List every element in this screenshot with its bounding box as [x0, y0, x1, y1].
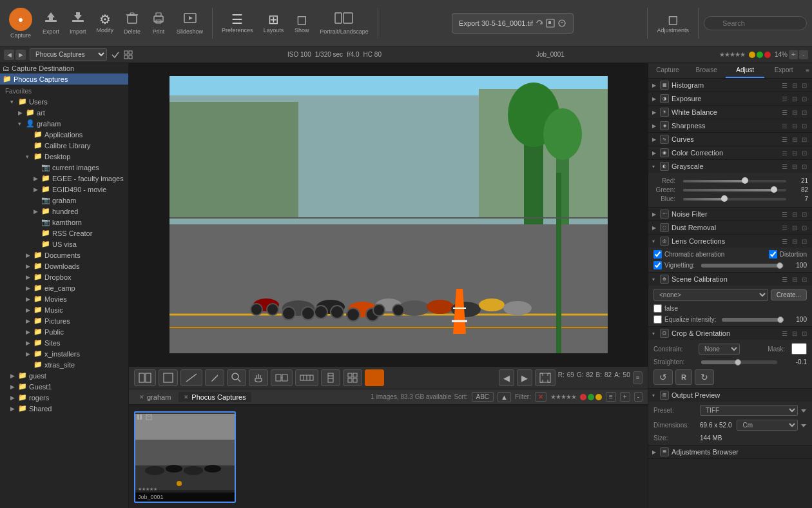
sidebar-item-graham[interactable]: ▾ 👤 graham: [0, 118, 128, 129]
crop-expand-btn[interactable]: ⊡: [800, 330, 808, 337]
compare-button[interactable]: [271, 369, 293, 386]
sidebar-item-xtras-site[interactable]: 📁 xtras_site: [0, 359, 128, 370]
sharpness-list-btn[interactable]: ☰: [780, 122, 789, 130]
filter-remove-button[interactable]: -: [634, 392, 643, 402]
exposure-list-btn[interactable]: ☰: [780, 95, 789, 103]
white-balance-row[interactable]: ▶ ☀ White Balance ☰ ⊟ ⊡: [648, 106, 812, 119]
sc-expand-btn[interactable]: ⊡: [800, 276, 808, 283]
dr-copy-btn[interactable]: ⊟: [791, 224, 798, 231]
color-correction-row[interactable]: ▶ ◉ Color Correction ☰ ⊟ ⊡: [648, 146, 812, 159]
vignetting-slider[interactable]: [701, 264, 784, 268]
sidebar-item-rss[interactable]: 📁 RSS Creator: [0, 228, 128, 239]
nf-copy-btn[interactable]: ⊟: [791, 211, 798, 218]
dr-list-btn[interactable]: ☰: [780, 224, 789, 231]
toolbar-export[interactable]: Export: [39, 8, 63, 37]
cc-copy-btn[interactable]: ⊟: [791, 150, 798, 157]
filmstrip-item-job0001[interactable]: ★★★★★ Job_0001: [134, 411, 236, 503]
right-tab-adjust[interactable]: Adjust: [726, 63, 764, 78]
main-image-view[interactable]: [129, 63, 648, 366]
sidebar-item-us-visa[interactable]: 📁 US visa: [0, 239, 128, 249]
tab-phocus-close[interactable]: ✕: [184, 394, 189, 400]
vignetting-handle[interactable]: [777, 262, 783, 269]
cc-list-btn[interactable]: ☰: [780, 150, 789, 157]
equalize-handle[interactable]: [777, 317, 784, 323]
lc-expand-btn[interactable]: ⊡: [800, 238, 808, 245]
sidebar-capture-destination[interactable]: 🗂 Capture Destination: [0, 63, 128, 73]
sidebar-item-sites[interactable]: ▶ 📁 Sites: [0, 337, 128, 348]
sidebar-item-graham-capture[interactable]: 📷 graham: [0, 195, 128, 206]
scene-preset-select[interactable]: <none>: [653, 289, 768, 301]
sidebar-item-eie-camp[interactable]: ▶ 📁 eie_camp: [0, 282, 128, 293]
sidebar-item-art[interactable]: ▶ 📁 art: [0, 107, 128, 118]
sidebar-item-x-installers[interactable]: ▶ 📁 x_installers: [0, 348, 128, 359]
histogram-row[interactable]: ▶ ▦ Histogram ☰ ⊟ ⊡: [648, 79, 812, 92]
chromatic-aberration-checkbox[interactable]: [653, 250, 662, 259]
sidebar-item-dropbox[interactable]: ▶ 📁 Dropbox: [0, 271, 128, 282]
zoom-out-button[interactable]: -: [799, 50, 808, 59]
output-preview-row[interactable]: ▾ ⊞ Output Preview: [648, 389, 812, 402]
curves-copy-btn[interactable]: ⊟: [791, 136, 798, 143]
remove-cast-checkbox[interactable]: [653, 304, 662, 313]
adjustments-browser-row[interactable]: ▶ ☰ Adjustments Browser: [648, 445, 812, 458]
histogram-expand-btn[interactable]: ⊡: [800, 82, 808, 89]
wb-copy-btn[interactable]: ⊟: [791, 109, 798, 116]
sidebar-item-downloads[interactable]: ▶ 📁 Downloads: [0, 260, 128, 271]
grayscale-expand-btn[interactable]: ⊡: [800, 163, 808, 170]
sidebar-item-desktop[interactable]: ▾ 📁 Desktop: [0, 151, 128, 162]
crop-rotate-cw-button[interactable]: ↻: [695, 369, 714, 385]
grayscale-green-slider[interactable]: [683, 189, 786, 191]
chromatic-aberration-label[interactable]: Chromatic aberration: [653, 250, 724, 259]
crop-copy-btn[interactable]: ⊟: [791, 330, 798, 337]
scene-calibration-row[interactable]: ▾ ⊕ Scene Calibration ☰ ⊟ ⊡: [648, 273, 812, 286]
lc-list-btn[interactable]: ☰: [780, 238, 789, 245]
vignetting-checkbox[interactable]: [653, 261, 662, 269]
sidebar-item-guest1[interactable]: ▶ 📁 Guest1: [0, 381, 128, 392]
filter-menu-button[interactable]: ≡: [606, 392, 616, 402]
toolbar-adjustments[interactable]: ◻ Adjustments: [653, 10, 693, 36]
toolbar-layouts[interactable]: ⊞ Layouts: [260, 10, 288, 36]
exposure-row[interactable]: ▶ ◑ Exposure ☰ ⊟ ⊡: [648, 92, 812, 105]
toolbar-slideshow[interactable]: Slideshow: [173, 8, 207, 37]
filter-add-button[interactable]: +: [620, 392, 630, 402]
zoom-fit-button[interactable]: [535, 369, 556, 386]
straighten-handle[interactable]: [735, 359, 741, 366]
sidebar-item-applications[interactable]: 📁 Applications: [0, 129, 128, 140]
toolbar-modify[interactable]: ⚙ Modify: [93, 10, 118, 36]
sidebar-item-rogers[interactable]: ▶ 📁 rogers: [0, 392, 128, 403]
sidebar-item-hundred[interactable]: ▶ 📁 hundred: [0, 206, 128, 217]
sidebar-item-shared[interactable]: ▶ 📁 Shared: [0, 403, 128, 414]
preset-select[interactable]: TIFF: [700, 405, 798, 416]
sharpness-copy-btn[interactable]: ⊟: [791, 122, 798, 130]
tab-graham[interactable]: ✕ graham: [134, 392, 176, 402]
crop-row[interactable]: ▾ ⊡ Crop & Orientation ☰ ⊟ ⊡: [648, 327, 812, 340]
sidebar-item-users[interactable]: ▾ 📁 Users: [0, 96, 128, 107]
zoom-in-button[interactable]: +: [789, 50, 798, 59]
sidebar-item-egee[interactable]: ▶ 📁 EGEE - faculty images: [0, 173, 128, 184]
right-panel-menu-button[interactable]: ≡: [803, 63, 812, 78]
grayscale-green-thumb[interactable]: [771, 186, 777, 193]
pan-tool-button[interactable]: [249, 369, 268, 386]
sort-asc-button[interactable]: ▲: [498, 392, 511, 402]
toolbar-import[interactable]: Import: [66, 8, 90, 37]
crop-reset-button[interactable]: R: [675, 369, 692, 385]
dr-expand-btn[interactable]: ⊡: [800, 224, 808, 231]
sidebar-item-movies[interactable]: ▶ 📁 Movies: [0, 293, 128, 304]
sidebar-item-public[interactable]: ▶ 📁 Public: [0, 326, 128, 337]
curves-row[interactable]: ▶ ∿ Curves ☰ ⊟ ⊡: [648, 133, 812, 146]
distortion-checkbox[interactable]: [769, 250, 777, 259]
cc-expand-btn[interactable]: ⊡: [800, 150, 808, 157]
pen-tool-button[interactable]: [205, 369, 224, 386]
grayscale-list-btn[interactable]: ☰: [780, 163, 789, 170]
right-tab-capture[interactable]: Capture: [648, 63, 687, 78]
mask-swatch[interactable]: [791, 343, 807, 355]
sidebar-item-current-images[interactable]: 📷 current images: [0, 162, 128, 173]
dimensions-unit-select[interactable]: Cm: [737, 420, 798, 431]
grayscale-blue-slider[interactable]: [683, 198, 786, 200]
single-view-button[interactable]: [159, 369, 178, 386]
distortion-label[interactable]: Distortion: [769, 250, 807, 259]
grayscale-red-thumb[interactable]: [742, 177, 748, 184]
filter-dot-green[interactable]: [588, 394, 594, 400]
sidebar-item-pictures[interactable]: ▶ 📁 Pictures: [0, 315, 128, 326]
equalize-slider[interactable]: [722, 318, 784, 322]
line-tool-button[interactable]: [180, 369, 202, 386]
